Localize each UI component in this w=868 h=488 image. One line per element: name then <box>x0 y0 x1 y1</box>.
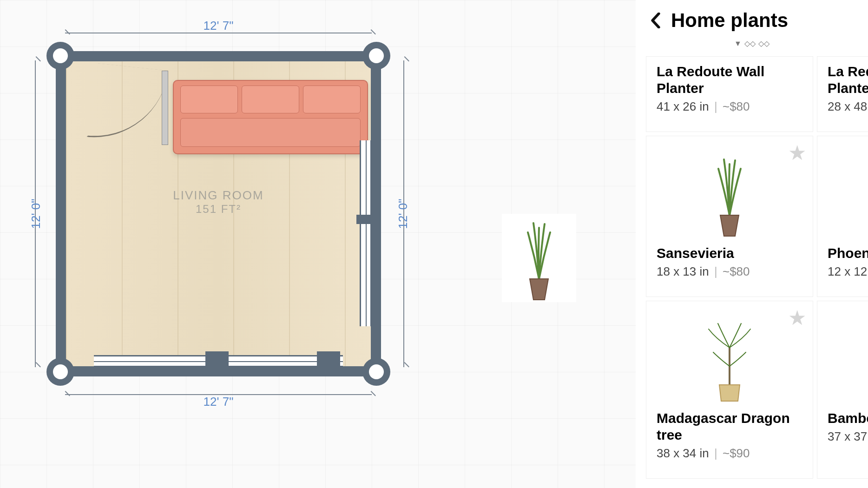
chevron-left-icon <box>649 13 662 28</box>
dimension-label-left: 12' 0" <box>29 199 43 229</box>
favorite-button[interactable]: ★ <box>788 143 806 163</box>
dimension-label-right: 12' 0" <box>396 199 410 229</box>
favorite-button[interactable]: ★ <box>788 308 806 328</box>
room-area: 151 FT² <box>173 202 263 215</box>
catalog-thumbnail <box>817 301 868 403</box>
sort-arrow-down-icon: ▼ <box>734 40 742 48</box>
catalog-item-dimensions: 12 x 12 in <box>828 264 868 278</box>
catalog-item-name: Phoenix <box>817 238 868 264</box>
room-livingroom[interactable]: 12' 7" 12' 7" 12' 0" 12' 0" LIVING ROOM … <box>56 51 381 376</box>
plant-icon <box>511 218 567 302</box>
catalog-card[interactable]: ★ Bamboo37 x 37 in <box>817 301 868 479</box>
filter-row[interactable]: ▼ ◇◇ ◇◇ <box>636 39 868 56</box>
catalog-item-name: Madagascar Dragon tree <box>646 403 813 446</box>
catalog-item-meta: 41 x 26 in | ~$80 <box>646 99 813 114</box>
back-button[interactable] <box>646 11 665 30</box>
catalog-item-price: ~$90 <box>723 446 750 460</box>
catalog-card[interactable]: ★ Phoenix12 x 12 in <box>817 136 868 297</box>
catalog-item-meta: 18 x 13 in | ~$80 <box>646 264 813 279</box>
catalog-item-name: Bamboo <box>817 403 868 429</box>
corner-handle[interactable] <box>46 358 74 386</box>
catalog-card[interactable]: La Redoute Wall Planter28 x 48 in <box>817 56 868 132</box>
corner-handle[interactable] <box>46 42 74 70</box>
door[interactable] <box>94 71 168 145</box>
catalog-item-dimensions: 37 x 37 in <box>828 429 868 443</box>
catalog-grid[interactable]: La Redoute Wall Planter41 x 26 in | ~$80… <box>636 56 868 488</box>
catalog-item-name: La Redoute Wall Planter <box>646 57 813 99</box>
catalog-item-price: ~$80 <box>723 99 750 113</box>
corner-handle[interactable] <box>362 358 390 386</box>
catalog-item-dimensions: 28 x 48 in <box>828 99 868 113</box>
catalog-thumbnail <box>817 136 868 238</box>
catalog-item-name: La Redoute Wall Planter <box>817 57 868 99</box>
room-walls[interactable]: LIVING ROOM 151 FT² <box>56 51 381 376</box>
catalog-item-meta: 37 x 37 in <box>817 429 868 444</box>
catalog-card[interactable]: ★ Sansevieria18 x 13 in | ~$80 <box>646 136 813 297</box>
catalog-item-meta: 12 x 12 in <box>817 264 868 279</box>
window-right[interactable] <box>360 140 372 326</box>
mullion <box>205 351 229 369</box>
dimension-label-bottom: 12' 7" <box>204 395 234 409</box>
catalog-item-name: Sansevieria <box>646 238 813 264</box>
dragging-catalogue-item[interactable] <box>502 214 576 302</box>
dimension-label-top: 12' 7" <box>204 19 234 33</box>
separator: | <box>709 99 723 113</box>
catalog-item-meta: 38 x 34 in | ~$90 <box>646 446 813 461</box>
catalog-panel: Home plants ▼ ◇◇ ◇◇ La Redoute Wall Plan… <box>636 0 868 488</box>
catalog-item-dimensions: 38 x 34 in <box>657 446 709 460</box>
catalog-item-price: ~$80 <box>723 264 750 278</box>
catalog-card[interactable]: La Redoute Wall Planter41 x 26 in | ~$80 <box>646 56 813 132</box>
catalog-item-dimensions: 18 x 13 in <box>657 264 709 278</box>
catalog-item-meta: 28 x 48 in <box>817 99 868 114</box>
catalog-card[interactable]: ★ Madagascar Dragon tree38 x 34 in | ~$9… <box>646 301 813 479</box>
mullion <box>317 351 340 369</box>
corner-handle[interactable] <box>362 42 390 70</box>
pattern-swatch-icon: ◇◇ <box>758 39 769 48</box>
catalog-item-dimensions: 41 x 26 in <box>657 99 709 113</box>
pattern-swatch-icon: ◇◇ <box>744 39 756 48</box>
room-label: LIVING ROOM 151 FT² <box>173 188 263 215</box>
separator: | <box>709 264 723 278</box>
furniture-sofa[interactable] <box>173 80 368 154</box>
separator: | <box>709 446 723 460</box>
floorplan-canvas[interactable]: 12' 7" 12' 7" 12' 0" 12' 0" LIVING ROOM … <box>0 0 636 488</box>
panel-title: Home plants <box>671 9 788 32</box>
room-name: LIVING ROOM <box>173 188 263 202</box>
